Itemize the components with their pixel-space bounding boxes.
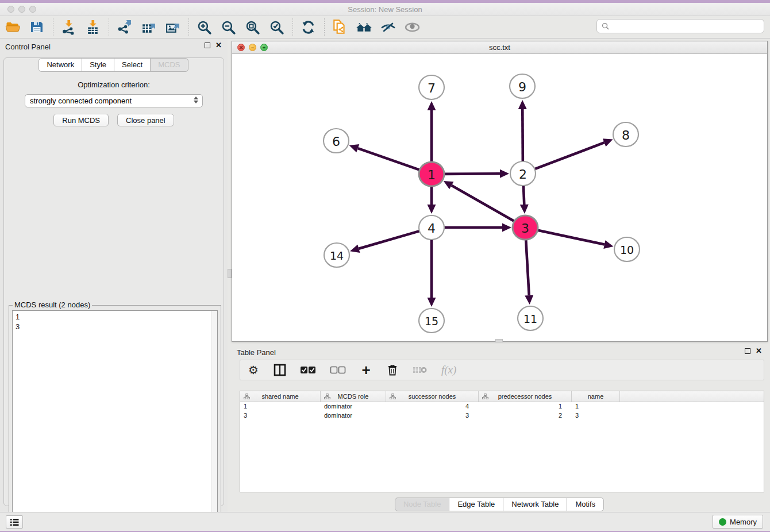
table-cell[interactable]: 3 xyxy=(386,411,479,421)
edge-3-1[interactable] xyxy=(452,186,515,222)
table-cell[interactable]: dominator xyxy=(321,402,386,411)
edge-3-10[interactable] xyxy=(537,230,605,244)
arrowhead-1-2 xyxy=(500,169,509,178)
column-header-predecessor-nodes[interactable]: predecessor nodes xyxy=(479,391,572,402)
import-network-icon[interactable] xyxy=(59,18,78,36)
tab-motifs[interactable]: Motifs xyxy=(567,498,604,511)
tab-edge-table[interactable]: Edge Table xyxy=(449,498,503,511)
graph-node-label-10: 10 xyxy=(620,244,634,256)
refresh-view-icon[interactable] xyxy=(298,18,318,36)
arrowhead-3-11 xyxy=(525,295,533,304)
edge-1-6[interactable] xyxy=(358,148,421,170)
window-traffic-lights-inactive[interactable] xyxy=(7,6,36,13)
close-panel-button[interactable]: Close panel xyxy=(117,114,174,126)
tab-style[interactable]: Style xyxy=(82,58,114,72)
arrowhead-1-6 xyxy=(349,144,360,152)
table-cell[interactable]: 1 xyxy=(572,402,620,411)
criterion-value: strongly connected component xyxy=(30,97,132,105)
column-header-name[interactable]: name xyxy=(572,391,620,402)
tab-network[interactable]: Network xyxy=(38,58,82,72)
tab-network-table[interactable]: Network Table xyxy=(503,498,567,511)
float-panel-icon[interactable] xyxy=(205,43,210,48)
result-scrollbar[interactable] xyxy=(211,311,217,521)
control-panel: Control Panel ✕ NetworkStyleSelectMCDS O… xyxy=(0,39,228,512)
table-cell[interactable]: 2 xyxy=(479,411,572,421)
zoom-window-icon[interactable] xyxy=(29,6,36,13)
column-header-shared-name[interactable]: shared name xyxy=(240,391,321,402)
divider-grip[interactable] xyxy=(228,269,232,278)
node-table[interactable]: shared nameMCDS rolesuccessor nodesprede… xyxy=(240,391,764,492)
table-options-gear-icon[interactable]: ⚙ xyxy=(247,363,260,377)
hide-selected-eye-icon[interactable] xyxy=(378,18,398,36)
zoom-fit-icon[interactable] xyxy=(242,18,262,36)
zoom-out-icon[interactable] xyxy=(218,18,238,36)
zoom-in-icon[interactable] xyxy=(194,18,214,36)
tab-select[interactable]: Select xyxy=(114,58,151,72)
control-panel-tabs: NetworkStyleSelectMCDS xyxy=(0,58,228,72)
show-columns-icon[interactable] xyxy=(274,363,286,377)
memory-button[interactable]: Memory xyxy=(713,515,763,529)
export-network-icon[interactable] xyxy=(114,18,134,36)
table-row[interactable]: 3dominator323 xyxy=(240,411,764,421)
table-cell[interactable]: 4 xyxy=(386,402,479,411)
table-cell[interactable]: 1 xyxy=(240,402,321,411)
list-icon xyxy=(10,518,19,526)
delete-column-trash-icon[interactable] xyxy=(386,363,399,377)
network-minimize-icon[interactable]: − xyxy=(249,44,256,51)
edge-4-14[interactable] xyxy=(359,231,420,249)
edge-2-8[interactable] xyxy=(534,142,605,169)
close-panel-icon[interactable]: ✕ xyxy=(215,43,222,48)
save-session-icon[interactable] xyxy=(27,18,47,36)
graph-node-label-1: 1 xyxy=(428,168,436,182)
table-cell[interactable]: 3 xyxy=(240,411,321,421)
arrowhead-1-7 xyxy=(428,101,436,110)
optimization-criterion-label: Optimization criterion: xyxy=(4,80,224,89)
criterion-select[interactable]: strongly connected component xyxy=(25,94,203,107)
clone-network-icon[interactable] xyxy=(330,18,349,36)
graph-node-label-9: 9 xyxy=(518,80,526,94)
panel-split-divider[interactable] xyxy=(228,39,232,512)
zoom-selected-icon[interactable] xyxy=(267,18,286,36)
network-canvas[interactable]: 7968124314101511 xyxy=(232,54,767,341)
show-all-eye-icon[interactable] xyxy=(402,18,422,36)
edge-2-3[interactable] xyxy=(523,185,524,205)
table-toolbar: ⚙ + f(x) xyxy=(240,360,764,380)
tab-node-table[interactable]: Node Table xyxy=(395,498,450,511)
close-window-icon[interactable] xyxy=(7,6,14,13)
network-maximize-icon[interactable]: + xyxy=(260,44,268,51)
add-column-icon[interactable]: + xyxy=(360,363,372,377)
delete-table-disabled-icon xyxy=(413,363,428,377)
deselect-all-icon[interactable] xyxy=(330,363,346,377)
table-cell[interactable]: 1 xyxy=(479,402,572,411)
network-close-icon[interactable]: ✕ xyxy=(237,44,245,51)
run-mcds-button[interactable]: Run MCDS xyxy=(53,114,109,126)
select-all-icon[interactable] xyxy=(300,363,316,377)
minimize-window-icon[interactable] xyxy=(18,6,25,13)
float-table-panel-icon[interactable] xyxy=(745,348,750,354)
memory-status-icon xyxy=(719,518,726,526)
column-header-MCDS-role[interactable]: MCDS role xyxy=(321,391,386,402)
edge-1-2[interactable] xyxy=(443,174,500,174)
edge-3-11[interactable] xyxy=(526,239,529,295)
network-window-titlebar[interactable]: ✕ − + scc.txt xyxy=(232,41,767,54)
column-header-successor-nodes[interactable]: successor nodes xyxy=(386,391,479,402)
mcds-result-text[interactable]: 1 3 xyxy=(12,310,218,522)
table-cell[interactable]: 3 xyxy=(572,411,620,421)
import-table-icon[interactable] xyxy=(83,18,102,36)
graph-node-label-4: 4 xyxy=(428,221,436,236)
edge-2-9[interactable] xyxy=(522,109,523,162)
export-image-icon[interactable] xyxy=(163,18,182,36)
task-history-button[interactable] xyxy=(6,515,23,529)
close-table-panel-icon[interactable]: ✕ xyxy=(756,348,762,354)
window-resize-grip[interactable] xyxy=(495,339,503,342)
tab-mcds[interactable]: MCDS xyxy=(150,58,188,72)
home-layout-icon[interactable] xyxy=(354,18,374,36)
table-row[interactable]: 1dominator411 xyxy=(240,402,764,411)
open-session-icon[interactable] xyxy=(3,18,22,36)
search-box[interactable] xyxy=(596,19,764,33)
search-input[interactable] xyxy=(613,22,759,30)
export-table-icon[interactable] xyxy=(138,18,158,36)
mcds-result-title: MCDS result (2 nodes) xyxy=(13,300,92,309)
table-cell[interactable]: dominator xyxy=(321,411,386,421)
arrowhead-4-15 xyxy=(428,298,436,307)
